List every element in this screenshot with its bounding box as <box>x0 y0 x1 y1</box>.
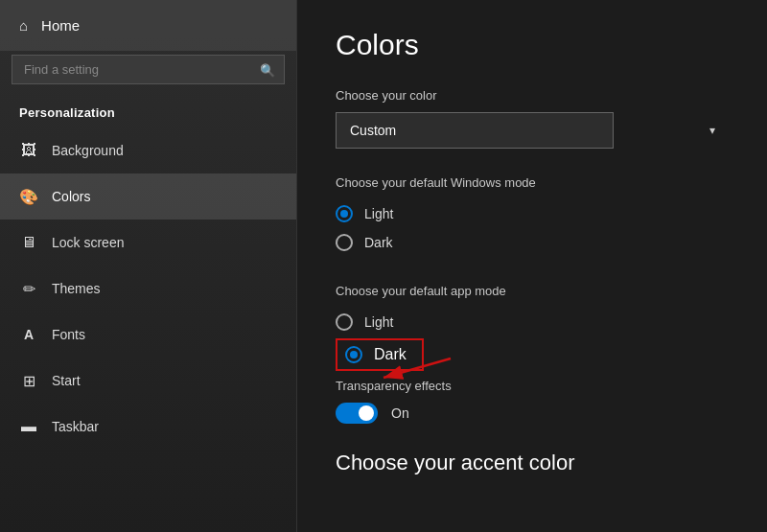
accent-color-title: Choose your accent color <box>336 451 729 475</box>
app-mode-section: Light Dark <box>336 308 729 379</box>
app-mode-light-label: Light <box>364 314 393 330</box>
sidebar-item-taskbar[interactable]: ▬ Taskbar <box>0 404 296 450</box>
color-dropdown[interactable]: Light Dark Custom <box>336 112 614 149</box>
sidebar-home-button[interactable]: ⌂ Home <box>0 0 296 51</box>
sidebar-item-label: Colors <box>52 189 90 204</box>
sidebar-section-title: Personalization <box>0 96 296 127</box>
lock-screen-icon: 🖥 <box>19 233 38 252</box>
windows-mode-dark-label: Dark <box>364 235 393 250</box>
taskbar-icon: ▬ <box>19 417 38 436</box>
color-section-label: Choose your color <box>336 88 729 103</box>
svg-line-1 <box>384 359 451 378</box>
search-box: 🔍 <box>12 55 285 84</box>
toggle-knob <box>359 405 374 421</box>
app-mode-light[interactable]: Light <box>336 308 729 336</box>
radio-dot-light <box>340 210 348 218</box>
sidebar: ⌂ Home 🔍 Personalization 🖼 Background 🎨 … <box>0 0 297 532</box>
search-icon: 🔍 <box>260 62 275 77</box>
windows-mode-group: Light Dark <box>336 199 729 257</box>
sidebar-item-label: Fonts <box>52 327 85 342</box>
red-arrow-annotation <box>374 354 460 392</box>
sidebar-home-label: Home <box>41 17 80 34</box>
windows-mode-label: Choose your default Windows mode <box>336 175 729 190</box>
colors-icon: 🎨 <box>19 187 38 206</box>
radio-dot-app-dark <box>350 351 358 359</box>
app-mode-label: Choose your default app mode <box>336 284 729 298</box>
radio-circle-app-light <box>336 313 353 331</box>
page-title: Colors <box>336 29 729 61</box>
fonts-icon: A <box>19 325 38 344</box>
chevron-down-icon: ▾ <box>709 124 715 137</box>
transparency-toggle[interactable] <box>336 403 378 424</box>
sidebar-item-label: Lock screen <box>52 235 124 250</box>
windows-mode-light[interactable]: Light <box>336 199 729 228</box>
sidebar-item-label: Background <box>52 143 124 158</box>
transparency-toggle-label: On <box>391 405 409 421</box>
sidebar-item-background[interactable]: 🖼 Background <box>0 127 296 173</box>
radio-circle-dark <box>336 234 353 251</box>
radio-circle-app-dark <box>345 346 362 363</box>
themes-icon: ✏ <box>19 279 38 298</box>
windows-mode-dark[interactable]: Dark <box>336 228 729 257</box>
sidebar-item-fonts[interactable]: A Fonts <box>0 312 296 358</box>
sidebar-item-label: Taskbar <box>52 419 99 434</box>
sidebar-item-themes[interactable]: ✏ Themes <box>0 266 296 312</box>
search-input[interactable] <box>12 55 285 84</box>
background-icon: 🖼 <box>19 141 38 160</box>
sidebar-item-label: Start <box>52 373 81 388</box>
sidebar-item-label: Themes <box>52 281 101 296</box>
main-content: Colors Choose your color Light Dark Cust… <box>297 0 767 532</box>
radio-circle-light <box>336 205 353 222</box>
sidebar-item-colors[interactable]: 🎨 Colors <box>0 173 296 220</box>
start-icon: ⊞ <box>19 371 38 390</box>
home-icon: ⌂ <box>19 17 28 34</box>
color-dropdown-wrapper: Light Dark Custom ▾ <box>336 112 729 149</box>
windows-mode-light-label: Light <box>364 206 393 221</box>
transparency-toggle-row: On <box>336 403 729 424</box>
sidebar-item-lock-screen[interactable]: 🖥 Lock screen <box>0 220 296 266</box>
sidebar-item-start[interactable]: ⊞ Start <box>0 358 296 404</box>
